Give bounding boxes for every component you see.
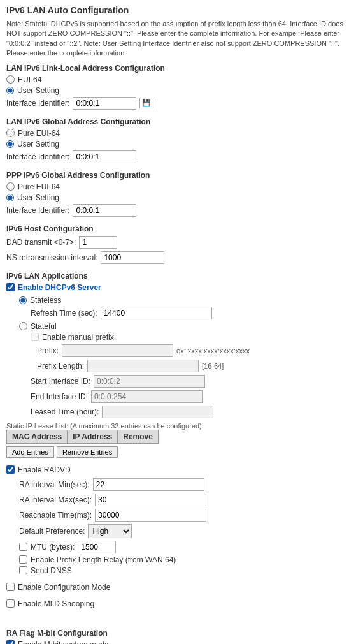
- config-mode-label: Enable Configuration Mode: [18, 583, 110, 592]
- send-dnss-checkbox[interactable]: [19, 566, 27, 574]
- link-local-eui64-radio[interactable]: [6, 75, 15, 84]
- mtu-checkbox[interactable]: [19, 543, 27, 551]
- lan-global-user-label: User Setting: [17, 140, 59, 149]
- ra-max-input[interactable]: [95, 494, 206, 506]
- ppp-global-interface-label: Interface Identifier:: [6, 206, 69, 215]
- start-interface-label: Start Interface ID:: [31, 377, 90, 386]
- manual-prefix-checkbox[interactable]: [31, 333, 39, 341]
- leased-time-label: Leased Time (hour):: [31, 407, 99, 416]
- end-interface-label: End Interface ID:: [31, 392, 88, 401]
- ns-label: NS retransmission interval:: [6, 253, 97, 262]
- mbit-custom-label: Enable M-bit custom mode: [18, 640, 109, 644]
- prefix-hint: ex: xxxx:xxxx:xxxx:xxxx: [176, 347, 250, 355]
- ipv6-host-title: IPv6 Host Configuration: [6, 224, 357, 233]
- lan-link-local-title: LAN IPv6 Link-Local Address Configuratio…: [6, 64, 357, 73]
- mtu-input[interactable]: [78, 541, 116, 553]
- remove-header: Remove: [118, 430, 159, 443]
- end-interface-input[interactable]: [91, 390, 203, 403]
- dad-input[interactable]: [79, 236, 117, 249]
- link-local-user-radio[interactable]: [6, 87, 14, 94]
- prefix-label: Prefix:: [37, 346, 59, 355]
- manual-prefix-label: Enable manual prefix: [42, 333, 114, 342]
- prefix-length-hint: [16-64]: [202, 362, 224, 370]
- reachable-label: Reachable Time(ms):: [19, 511, 92, 520]
- prefix-relay-label: Enable Prefix Length Relay (from WAN:64): [31, 555, 176, 564]
- link-local-icon: 💾: [139, 98, 153, 108]
- lease-table: MAC Address IP Address Remove: [6, 430, 159, 444]
- page-note: Note: Stateful DHCPv6 is supported based…: [6, 19, 357, 59]
- lan-global-interface-label: Interface Identifier:: [6, 152, 69, 161]
- prefix-length-label: Prefix Length:: [37, 362, 84, 370]
- ra-mbit-title: RA Flag M-bit Configuration: [6, 629, 357, 638]
- config-mode-checkbox[interactable]: [6, 583, 15, 591]
- remove-entries-button[interactable]: Remove Entries: [57, 446, 118, 458]
- enable-radvd-checkbox[interactable]: [6, 465, 15, 474]
- page-title: IPv6 LAN Auto Configuration: [6, 5, 357, 15]
- ppp-global-title: PPP IPv6 Global Address Configuration: [6, 171, 357, 180]
- ppp-global-pure-label: Pure EUI-64: [18, 182, 60, 191]
- default-pref-label: Default Preference:: [19, 527, 85, 536]
- refresh-input[interactable]: [101, 307, 212, 319]
- mbit-custom-checkbox[interactable]: [6, 640, 15, 644]
- link-local-interface-input[interactable]: [73, 97, 136, 110]
- lan-global-user-radio[interactable]: [6, 140, 14, 148]
- ppp-global-user-label: User Setting: [17, 193, 59, 202]
- enable-dhcpv6-checkbox[interactable]: [6, 283, 15, 291]
- ra-min-input[interactable]: [93, 478, 204, 491]
- mac-address-header: MAC Address: [7, 430, 68, 443]
- refresh-label: Refresh Time (sec):: [31, 309, 97, 318]
- lan-global-interface-input[interactable]: [73, 150, 136, 163]
- mld-snooping-label: Enable MLD Snooping: [18, 599, 94, 608]
- stateful-radio[interactable]: [19, 322, 27, 330]
- stateless-radio[interactable]: [19, 296, 27, 304]
- lan-global-title: LAN IPv6 Global Address Configuration: [6, 117, 357, 126]
- ip-address-header: IP Address: [68, 430, 118, 443]
- enable-radvd-label: Enable RADVD: [18, 465, 71, 474]
- ra-min-label: RA interval Min(sec):: [19, 480, 90, 489]
- enable-dhcpv6-label: Enable DHCPv6 Server: [18, 283, 101, 292]
- ra-max-label: RA interval Max(sec):: [19, 495, 92, 504]
- send-dnss-label: Send DNSS: [31, 566, 72, 575]
- default-pref-select[interactable]: High Medium Low: [88, 524, 132, 538]
- static-lease-label: Static IP Lease List: (A maximum 32 entr…: [6, 422, 357, 430]
- stateful-label: Stateful: [31, 322, 57, 331]
- ipv6-lan-apps-title: IPv6 LAN Applications: [6, 272, 357, 281]
- prefix-input[interactable]: [62, 344, 173, 357]
- add-entries-button[interactable]: Add Entries: [6, 446, 54, 458]
- dad-label: DAD transmit <0-7>:: [6, 238, 76, 247]
- prefix-relay-checkbox[interactable]: [19, 555, 27, 564]
- lan-global-pure-label: Pure EUI-64: [18, 129, 60, 138]
- link-local-interface-label: Interface Identifier:: [6, 99, 69, 108]
- ppp-global-interface-input[interactable]: [73, 204, 136, 217]
- link-local-eui64-label: EUI-64: [18, 75, 41, 84]
- link-local-user-label: User Setting: [17, 86, 59, 95]
- ppp-global-user-radio[interactable]: [6, 194, 14, 201]
- mld-snooping-checkbox[interactable]: [6, 599, 15, 608]
- ppp-global-pure-radio[interactable]: [6, 182, 15, 191]
- reachable-input[interactable]: [95, 509, 206, 522]
- ns-input[interactable]: [101, 251, 164, 264]
- prefix-length-input[interactable]: [87, 360, 199, 372]
- start-interface-input[interactable]: [94, 375, 205, 388]
- stateless-label: Stateless: [30, 296, 61, 305]
- mtu-label: MTU (bytes):: [31, 543, 75, 552]
- leased-time-input[interactable]: [102, 406, 213, 418]
- lan-global-pure-radio[interactable]: [6, 129, 15, 137]
